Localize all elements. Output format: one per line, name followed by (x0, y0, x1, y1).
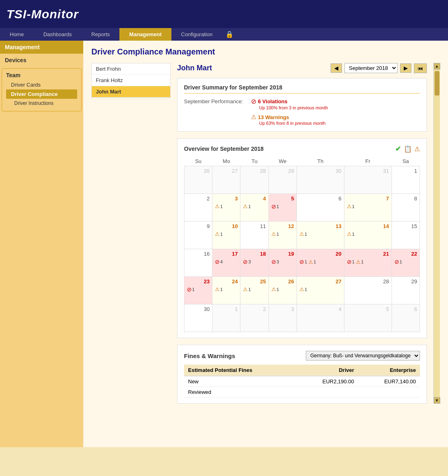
sidebar-item-driver-cards[interactable]: Driver Cards (6, 80, 77, 89)
cal-day-cell[interactable]: 9 (184, 222, 212, 249)
cal-day-cell[interactable]: 5⊘1 (268, 194, 297, 222)
cal-day-events: ⚠1 (271, 286, 294, 292)
page-title: Driver Compliance Management (91, 47, 440, 57)
cal-day-cell[interactable]: 22⊘1 (392, 249, 420, 277)
nav-configuration[interactable]: Configuration (171, 28, 222, 41)
cal-day-cell[interactable]: 13⚠1 (297, 222, 344, 249)
warning-badge: ⚠1 (243, 286, 251, 292)
cal-day-number: 14 (347, 223, 389, 229)
cal-day-cell[interactable]: 26 (184, 166, 212, 194)
violation-badge: ⊘1 (394, 259, 402, 265)
cal-day-cell[interactable]: 29 (268, 166, 297, 194)
nav-dashboards[interactable]: Dashboards (34, 28, 82, 41)
warning-badge: ⚠1 (347, 231, 355, 237)
summary-section: Driver Summary for September 2018 Septem… (177, 78, 427, 132)
cal-day-number: 29 (394, 278, 417, 285)
cal-day-cell[interactable]: 28 (240, 166, 268, 194)
cal-day-cell[interactable]: 31 (344, 166, 392, 194)
cal-day-cell[interactable]: 28 (344, 277, 392, 304)
warnings-count: 13 Warnings (258, 114, 289, 120)
cal-day-number: 13 (299, 223, 342, 229)
cal-day-number: 26 (271, 278, 294, 285)
month-nav: ◀ September 2018 ▶ ⏮ (331, 63, 427, 73)
cal-day-cell[interactable]: 6 (297, 194, 344, 222)
cal-day-events: ⚠1 (243, 286, 266, 292)
scroll-bar: ▲ ▼ (433, 63, 440, 404)
warning-badge: ⚠1 (347, 203, 355, 209)
fines-col-type: Estimated Potential Fines (184, 365, 297, 376)
warning-badge: ⚠1 (299, 231, 307, 237)
cal-day-cell[interactable]: 15 (392, 222, 420, 249)
cal-day-cell[interactable]: 16 (184, 249, 212, 277)
cal-day-cell[interactable]: 19⊘3 (268, 249, 297, 277)
cal-day-cell[interactable]: 3 (268, 304, 297, 332)
home-nav-button[interactable]: ⏮ (414, 63, 427, 73)
cal-day-cell[interactable]: 3⚠1 (212, 194, 240, 222)
driver-item-bert-frohn[interactable]: Bert Frohn (92, 63, 170, 75)
calendar-section: Overview for September 2018 ✔ 📋 ⚠ SuMoTu… (177, 138, 427, 338)
cal-day-events: ⊘1⚠1 (299, 259, 342, 265)
app-title: TSI-Monitor (6, 7, 79, 21)
cal-day-number: 17 (215, 251, 238, 257)
cal-day-cell[interactable]: 1 (212, 304, 240, 332)
cal-day-cell[interactable]: 5 (344, 304, 392, 332)
cal-day-cell[interactable]: 21⊘1⚠1 (344, 249, 392, 277)
cal-day-cell[interactable]: 2 (240, 304, 268, 332)
cal-day-cell[interactable]: 23⊘1 (184, 277, 212, 304)
nav-home[interactable]: Home (0, 28, 34, 41)
cal-day-cell[interactable]: 2 (184, 194, 212, 222)
cal-day-cell[interactable]: 26⚠1 (268, 277, 297, 304)
driver-item-frank-holtz[interactable]: Frank Holtz (92, 75, 170, 86)
calendar-legend-icons: ✔ 📋 ⚠ (395, 144, 420, 153)
cal-day-cell[interactable]: 6 (392, 304, 420, 332)
cal-day-cell[interactable]: 14⚠1 (344, 222, 392, 249)
cal-day-cell[interactable]: 20⊘1⚠1 (297, 249, 344, 277)
cal-day-cell[interactable]: 11 (240, 222, 268, 249)
month-select[interactable]: September 2018 (344, 63, 398, 73)
calendar-table: SuMoTuWeThFrSa 262728293031123⚠14⚠15⊘167… (184, 156, 420, 332)
cal-day-number: 28 (243, 168, 266, 174)
cal-week-row: 910⚠11112⚠113⚠114⚠115 (184, 222, 420, 249)
driver-item-john-mart[interactable]: John Mart (92, 86, 170, 98)
scroll-down-btn[interactable]: ▼ (434, 397, 440, 404)
sidebar-item-driver-instructions[interactable]: Driver Instructions (6, 99, 77, 108)
alert-icon: ⚠ (414, 145, 420, 153)
cal-day-number: 18 (243, 251, 266, 257)
warning-badge: ⚠1 (308, 259, 316, 265)
checkmark-icon: ✔ (395, 144, 401, 153)
summary-title: Driver Summary for September 2018 (184, 84, 420, 93)
fines-col-enterprise: Enterprise (358, 365, 420, 376)
cal-day-cell[interactable]: 7⚠1 (344, 194, 392, 222)
cal-day-cell[interactable]: 10⚠1 (212, 222, 240, 249)
cal-day-cell[interactable]: 27⚠1 (297, 277, 344, 304)
cal-day-header: Mo (212, 156, 240, 166)
violation-badge: ⊘1 (271, 203, 279, 210)
next-month-button[interactable]: ▶ (400, 63, 411, 73)
nav-management[interactable]: Management (119, 28, 171, 41)
scroll-thumb[interactable] (435, 71, 439, 96)
violation-badge: ⊘3 (271, 259, 279, 265)
cal-day-cell[interactable]: 27 (212, 166, 240, 194)
cal-day-cell[interactable]: 25⚠1 (240, 277, 268, 304)
cal-day-cell[interactable]: 4⚠1 (240, 194, 268, 222)
cal-day-cell[interactable]: 17⊘4 (212, 249, 240, 277)
violations-item: ⊘ 6 Violations Up 100% from 3 in previou… (251, 98, 328, 110)
fines-catalog-select[interactable]: Germany: Buß- und Verwarnungsgeldkatalog… (306, 351, 420, 361)
fines-row: NewEUR2,190.00EUR7,140.00 (184, 376, 420, 387)
cal-day-cell[interactable]: 4 (297, 304, 344, 332)
cal-day-cell[interactable]: 30 (297, 166, 344, 194)
cal-day-cell[interactable]: 29 (392, 277, 420, 304)
nav-reports[interactable]: Reports (82, 28, 120, 41)
sidebar-item-driver-compliance[interactable]: Driver Compliance (6, 89, 77, 99)
cal-day-cell[interactable]: 8 (392, 194, 420, 222)
cal-day-cell[interactable]: 30 (184, 304, 212, 332)
cal-day-cell[interactable]: 12⚠1 (268, 222, 297, 249)
cal-day-cell[interactable]: 1 (392, 166, 420, 194)
prev-month-button[interactable]: ◀ (331, 63, 342, 73)
cal-day-cell[interactable]: 24⚠1 (212, 277, 240, 304)
cal-day-cell[interactable]: 18⊘3 (240, 249, 268, 277)
header: TSI-Monitor // Will render after (0, 0, 448, 28)
scroll-up-btn[interactable]: ▲ (434, 63, 440, 70)
sidebar: Management Devices Team Driver Cards Dri… (0, 41, 83, 447)
sidebar-devices[interactable]: Devices (0, 54, 83, 67)
